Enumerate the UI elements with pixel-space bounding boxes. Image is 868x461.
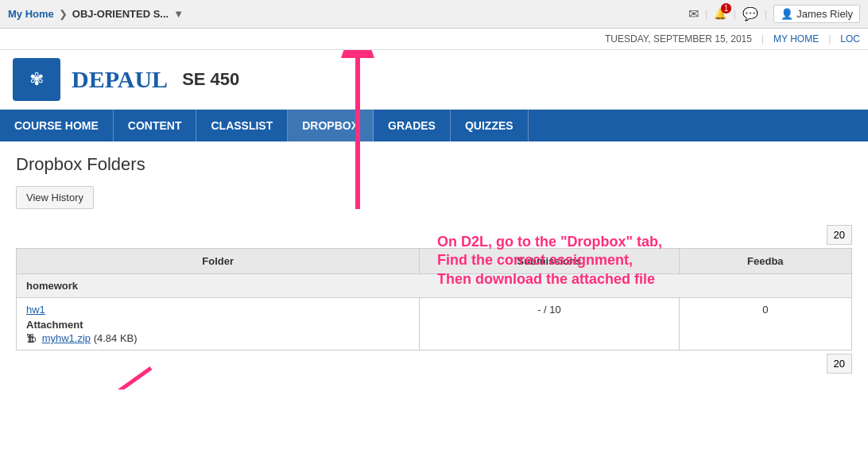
file-link[interactable]: myhw1.zip	[42, 332, 91, 344]
nav-grades[interactable]: GRADES	[374, 110, 451, 141]
course-name: OBJ-ORIENTED S...	[72, 8, 169, 20]
user-avatar-icon: 👤	[781, 8, 793, 20]
folder-cell: hw1 Attachment 🗜 myhw1.zip (4.84 KB)	[17, 298, 420, 351]
attachment-label: Attachment	[26, 319, 409, 331]
hw1-link[interactable]: hw1	[26, 304, 45, 316]
loc-link[interactable]: LOC	[840, 33, 860, 45]
nav-dropbox[interactable]: DROPBOX	[288, 110, 374, 141]
navigation-bar: COURSE HOME CONTENT CLASSLIST DROPBOX GR…	[0, 110, 868, 141]
nav-classlist[interactable]: CLASSLIST	[196, 110, 288, 141]
col-feedback: Feedba	[679, 249, 851, 274]
notification-badge[interactable]: 🔔1	[714, 8, 727, 20]
logo-leaf-icon: ✾	[29, 69, 44, 90]
top-bar: My Home ❯ OBJ-ORIENTED S... ▼ ✉ | 🔔1 | 💬…	[0, 0, 868, 29]
page-size-top: 20	[827, 225, 852, 245]
date-bar: TUESDAY, SEPTEMBER 15, 2015 | MY HOME | …	[0, 29, 868, 50]
course-dropdown-arrow[interactable]: ▼	[173, 8, 184, 20]
breadcrumb: My Home ❯ OBJ-ORIENTED S... ▼	[8, 8, 184, 20]
feedback-count: 0	[762, 304, 768, 316]
top-bar-right: ✉ | 🔔1 | 💬 | 👤 James Riely	[688, 5, 860, 23]
date-text: TUESDAY, SEPTEMBER 15, 2015	[605, 33, 752, 45]
mail-icon[interactable]: ✉	[688, 6, 699, 21]
col-submissions: Submissions	[420, 249, 679, 274]
table-row: homework	[17, 274, 852, 298]
nav-quizzes[interactable]: QUIZZES	[451, 110, 529, 141]
user-name: James Riely	[796, 8, 853, 20]
view-history-button[interactable]: View History	[16, 186, 94, 209]
logo-bar: ✾ DEPAUL SE 450	[0, 50, 868, 110]
main-content: Dropbox Folders View History On D2L, go …	[0, 141, 868, 389]
page-size-bottom: 20	[827, 354, 852, 374]
pagination-bottom: 20	[16, 354, 852, 374]
depaul-logo: ✾	[13, 58, 60, 101]
file-size: (4.84 KB)	[94, 332, 138, 344]
feedback-cell: 0	[679, 298, 851, 351]
nav-course-home[interactable]: COURSE HOME	[0, 110, 114, 141]
group-name: homework	[17, 274, 852, 298]
table-row: hw1 Attachment 🗜 myhw1.zip (4.84 KB) - /…	[17, 298, 852, 351]
col-folder: Folder	[17, 249, 420, 274]
my-home-link[interactable]: MY HOME	[773, 33, 819, 45]
chat-icon[interactable]: 💬	[742, 6, 758, 21]
folder-table: Folder Submissions Feedba homework hw1	[16, 248, 852, 351]
breadcrumb-separator: ❯	[59, 8, 68, 20]
page-title: Dropbox Folders	[16, 154, 852, 175]
submissions-cell: - / 10	[420, 298, 679, 351]
home-link[interactable]: My Home	[8, 8, 54, 20]
depaul-wordmark: DEPAUL	[72, 66, 168, 93]
nav-content[interactable]: CONTENT	[114, 110, 197, 141]
pagination-top: 20	[16, 225, 852, 245]
folder-link[interactable]: hw1	[26, 304, 409, 316]
zip-file-icon: 🗜	[26, 333, 36, 344]
file-info: 🗜 myhw1.zip (4.84 KB)	[26, 332, 409, 344]
notif-count: 1	[721, 3, 732, 14]
course-code: SE 450	[182, 69, 239, 90]
user-menu-button[interactable]: 👤 James Riely	[773, 5, 860, 23]
